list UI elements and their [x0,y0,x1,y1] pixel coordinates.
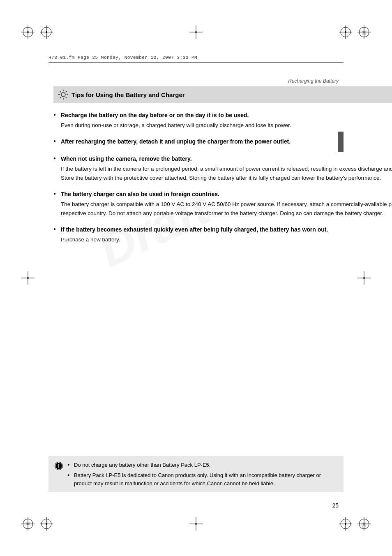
reg-mark-ml [21,271,35,285]
svg-line-51 [66,91,67,93]
bullet-heading-4: The battery charger can also be used in … [61,190,392,199]
svg-line-52 [60,97,61,98]
reg-mark-br [338,517,353,531]
warning-text-2: Battery Pack LP-E5 is dedicated to Canon… [74,471,338,487]
bullet-item-1: Recharge the battery on the day before o… [53,111,392,130]
header-filename: H73_01.fm Page 25 Monday, November 12, 2… [48,55,197,60]
svg-point-18 [195,31,197,33]
svg-point-26 [46,523,47,525]
main-content: Tips for Using the Battery and Charger R… [53,86,392,244]
bullet-content-1: Recharge the battery on the day before o… [61,111,392,130]
bullet-heading-5: If the battery becomes exhausted quickly… [61,225,392,234]
header-bar: H73_01.fm Page 25 Monday, November 12, 2… [48,53,344,63]
bullet-dot-4 [53,191,61,196]
bullet-item-4: The battery charger can also be used in … [53,190,392,218]
warning-box: ! Do not charge any battery other than B… [48,456,344,493]
svg-point-3 [27,31,29,33]
svg-point-44 [61,93,65,97]
section-title-text: Tips for Using the Battery and Charger [71,91,185,98]
header-divider [48,63,344,63]
svg-point-43 [363,277,365,279]
svg-point-37 [195,523,197,525]
svg-point-40 [27,277,29,279]
bullet-item-2: After recharging the battery, detach it … [53,137,392,147]
bullet-item-5: If the battery becomes exhausted quickly… [53,225,392,244]
bullet-content-5: If the battery becomes exhausted quickly… [61,225,392,244]
reg-mark-tr2 [357,25,371,39]
bullet-heading-1: Recharge the battery on the day before o… [61,111,392,120]
warning-bullet-2 [67,473,74,478]
svg-line-50 [66,97,67,98]
bullet-content-4: The battery charger can also be used in … [61,190,392,218]
svg-point-11 [345,31,346,33]
bullet-item-3: When not using the camera, remove the ba… [53,155,392,183]
bullet-content-2: After recharging the battery, detach it … [61,137,392,147]
bullet-body-5: Purchase a new battery. [61,236,120,243]
bullet-body-3: If the battery is left in the camera for… [61,166,392,181]
warning-content: Do not charge any battery other than Bat… [67,461,338,488]
warning-item-1: Do not charge any battery other than Bat… [67,461,338,469]
svg-line-49 [60,91,61,93]
reg-mark-bl2 [39,517,54,531]
warning-item-2: Battery Pack LP-E5 is dedicated to Canon… [67,471,338,487]
reg-mark-mr [357,271,371,285]
svg-text:!: ! [58,463,60,469]
reg-mark-tl2 [39,25,54,39]
bullet-heading-3: When not using the camera, remove the ba… [61,155,392,163]
reg-mark-tr [338,25,353,39]
bullet-heading-2: After recharging the battery, detach it … [61,137,392,146]
bullet-dot-5 [53,227,61,231]
reg-mark-bc [189,517,203,531]
section-title-bar: Tips for Using the Battery and Charger [53,86,392,103]
reg-mark-bl [21,517,35,531]
section-label: Recharging the Battery [288,78,339,84]
tips-icon [58,89,69,100]
reg-mark-tl [21,25,35,39]
bullet-body-4: The battery charger is compatible with a… [61,201,392,216]
bullet-dot-1 [53,112,61,117]
svg-point-7 [46,31,47,33]
page-number: 25 [332,502,339,509]
bullet-dot-3 [53,156,61,160]
bullet-body-1: Even during non-use or storage, a charge… [61,122,291,128]
warning-bullet-1 [67,462,74,468]
reg-mark-br2 [357,517,371,531]
bullet-dot-2 [53,139,61,143]
warning-text-1: Do not charge any battery other than Bat… [74,461,210,469]
bullet-content-3: When not using the camera, remove the ba… [61,155,392,183]
svg-point-30 [345,523,346,525]
warning-icon: ! [54,461,63,473]
reg-mark-tc [189,25,203,39]
